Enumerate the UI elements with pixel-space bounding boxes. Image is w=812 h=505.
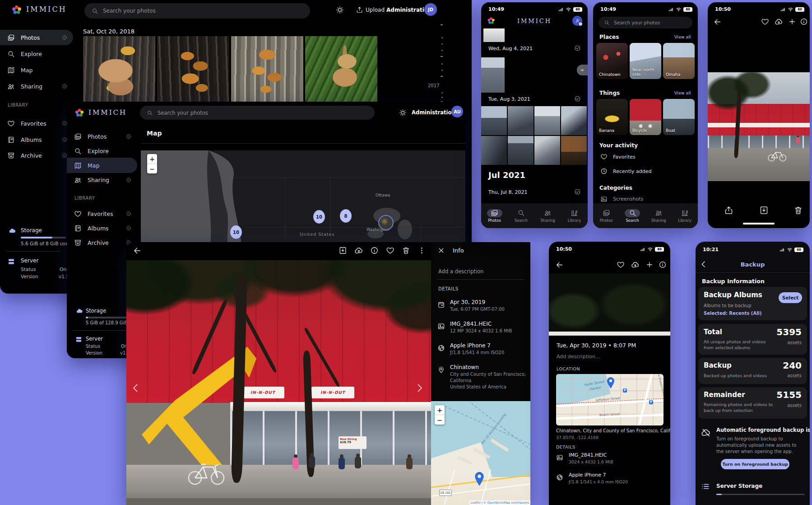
photo-thumbnail[interactable] (481, 57, 505, 93)
favorite-icon[interactable] (617, 261, 625, 269)
nav-item-library[interactable]: Library (677, 209, 692, 223)
thing-card[interactable]: Bicycle (630, 99, 661, 135)
photo-thumbnail[interactable] (561, 106, 587, 135)
info-icon[interactable] (800, 18, 808, 26)
map-cluster-marker[interactable]: 10 (313, 210, 325, 224)
select-group-icon[interactable] (574, 188, 581, 195)
map-zoom-control[interactable]: + − (147, 154, 157, 173)
close-icon[interactable] (437, 247, 445, 254)
nav-item-search[interactable]: Search (625, 209, 640, 223)
search-input[interactable]: Search your photos (140, 106, 375, 120)
activity-favorites[interactable]: Favorites (613, 154, 636, 160)
sidebar-item-photos[interactable]: Photos (67, 129, 137, 144)
nav-item-search[interactable]: Search (514, 209, 529, 223)
photo-thumbnail[interactable] (231, 36, 303, 103)
avatar[interactable]: JD (424, 3, 437, 16)
category-screenshots[interactable]: Screenshots (613, 196, 643, 202)
cloud-upload-icon[interactable] (631, 261, 640, 269)
photo-viewer[interactable]: IN-N-OUT IN-N-OUT Now Hiring $18.75 (126, 260, 431, 505)
timeline-scrubber-handle[interactable]: ≡ (577, 65, 588, 75)
favorite-icon[interactable] (761, 18, 769, 26)
favorite-icon[interactable] (386, 246, 394, 255)
photo-preview[interactable] (549, 273, 670, 336)
cloud-upload-icon[interactable] (354, 246, 363, 255)
map-cluster-marker[interactable]: 8 (340, 209, 352, 223)
more-options-icon[interactable] (418, 246, 426, 255)
select-albums-button[interactable]: Select (779, 292, 802, 303)
sidebar-item-archive[interactable]: Archive (0, 148, 73, 163)
delete-icon[interactable] (793, 206, 803, 215)
photo-thumbnail[interactable] (481, 106, 507, 135)
theme-toggle-icon[interactable] (399, 109, 407, 117)
add-icon[interactable] (788, 18, 796, 26)
place-card[interactable]: Omaha (663, 43, 695, 79)
thing-card[interactable]: Boat (663, 99, 695, 135)
map-attribution[interactable]: Leaflet | © OpenStreetMap contributors (469, 500, 530, 505)
place-card[interactable]: Chinatown (596, 43, 628, 79)
photo-thumbnail[interactable] (508, 106, 534, 135)
description-input[interactable]: Add a description (438, 268, 484, 275)
photo-thumbnail[interactable] (157, 36, 229, 103)
thing-card[interactable]: Banana (596, 99, 628, 135)
sidebar-item-favorites[interactable]: Favorites (67, 206, 137, 221)
upload-button[interactable]: Upload (366, 7, 385, 14)
map-cluster-marker[interactable]: 10 (230, 225, 242, 239)
place-card[interactable]: Near north side (630, 43, 661, 79)
sidebar-item-sharing[interactable]: Sharing (67, 172, 137, 187)
nav-item-photos[interactable]: Photos (599, 209, 614, 223)
photo-thumbnail[interactable] (483, 28, 505, 42)
info-icon[interactable] (370, 246, 379, 255)
sidebar-item-sharing[interactable]: Sharing (0, 79, 73, 94)
upload-icon[interactable] (356, 6, 363, 14)
location-name[interactable]: Chinatown (450, 364, 479, 371)
nav-item-sharing[interactable]: Sharing (651, 209, 666, 223)
archive-icon[interactable] (759, 206, 769, 215)
info-icon[interactable] (659, 261, 667, 269)
sidebar-item-explore[interactable]: Explore (67, 143, 137, 159)
location-minimap[interactable]: Hyde Street Harbor Jefferson Street Beac… (556, 374, 664, 426)
zoom-out-button[interactable]: − (147, 164, 157, 173)
select-group-icon[interactable] (574, 45, 581, 51)
cloud-upload-icon[interactable] (775, 18, 783, 26)
previous-photo-chevron[interactable] (130, 382, 142, 394)
administration-link[interactable]: Administration (412, 109, 455, 116)
photo-thumbnail[interactable] (305, 36, 377, 103)
minimap-zoom-control[interactable]: + − (435, 405, 445, 425)
back-icon[interactable] (555, 261, 564, 269)
add-icon[interactable] (645, 261, 654, 269)
next-photo-chevron[interactable] (413, 382, 425, 394)
profile-avatar[interactable] (572, 16, 582, 26)
nav-item-library[interactable]: Library (567, 209, 582, 223)
photo-thumbnail[interactable] (561, 136, 587, 165)
photo-thumbnail[interactable] (534, 136, 560, 165)
sidebar-item-photos[interactable]: Photos (0, 30, 73, 45)
description-input[interactable]: Add description... (557, 354, 600, 360)
photo-viewer[interactable] (708, 72, 810, 181)
sidebar-item-map[interactable]: Map (67, 158, 137, 173)
share-icon[interactable] (724, 206, 733, 215)
zoom-in-button[interactable]: + (435, 405, 445, 415)
select-group-icon[interactable] (574, 95, 581, 102)
search-input[interactable]: Search your photos (599, 17, 692, 28)
photo-thumbnail[interactable] (83, 36, 155, 103)
zoom-out-button[interactable]: − (435, 415, 445, 425)
photo-thumbnail[interactable] (508, 136, 534, 165)
download-icon[interactable] (339, 246, 347, 255)
sidebar-item-favorites[interactable]: Favorites (0, 116, 73, 131)
back-icon[interactable] (133, 246, 142, 255)
sidebar-item-explore[interactable]: Explore (0, 46, 73, 61)
turn-on-foreground-backup-button[interactable]: Turn on foreground backup (721, 459, 789, 469)
delete-icon[interactable] (402, 246, 410, 255)
nav-item-photos[interactable]: Photos (487, 209, 502, 223)
sidebar-item-albums[interactable]: Albums (67, 220, 137, 236)
back-icon[interactable] (713, 18, 722, 26)
zoom-in-button[interactable]: + (147, 154, 157, 164)
places-view-all-link[interactable]: View all (674, 34, 691, 40)
things-view-all-link[interactable]: View all (674, 90, 691, 96)
theme-toggle-icon[interactable] (336, 6, 344, 14)
photo-thumbnail[interactable] (534, 106, 560, 135)
avatar[interactable]: AU (451, 106, 463, 117)
activity-recently-added[interactable]: Recently added (613, 168, 652, 175)
photo-thumbnail[interactable] (481, 136, 507, 165)
search-input[interactable]: Search your photos (84, 3, 310, 19)
